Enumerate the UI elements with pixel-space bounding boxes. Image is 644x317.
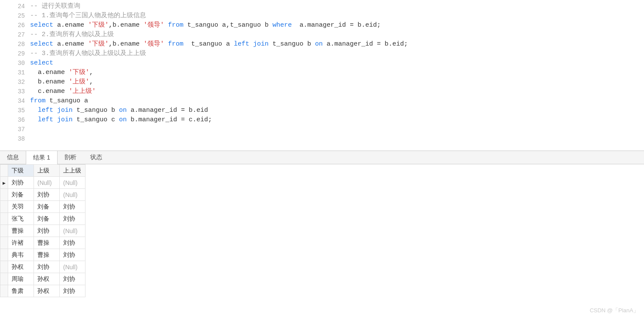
column-header[interactable]: 上级 bbox=[34, 165, 60, 177]
line-number: 27 bbox=[0, 30, 30, 40]
cell[interactable]: 刘协 bbox=[60, 273, 85, 285]
cell[interactable]: 刘协 bbox=[34, 261, 60, 273]
code-line[interactable]: 35 left join t_sanguo b on a.manager_id … bbox=[0, 106, 644, 115]
row-indicator bbox=[0, 201, 8, 213]
cell[interactable]: 刘协 bbox=[8, 177, 34, 189]
cell[interactable]: 刘协 bbox=[60, 201, 85, 213]
tab-result-1[interactable]: 结果 1 bbox=[26, 151, 58, 164]
table-row[interactable]: 许褚曹操刘协 bbox=[0, 237, 85, 249]
cell[interactable]: 张飞 bbox=[8, 213, 34, 225]
code-content[interactable]: select bbox=[30, 58, 644, 68]
cell[interactable]: 孙权 bbox=[8, 261, 34, 273]
code-content[interactable]: from t_sanguo a bbox=[30, 96, 644, 106]
cell[interactable]: 刘协 bbox=[60, 285, 85, 297]
cell[interactable]: 典韦 bbox=[8, 249, 34, 261]
table-row[interactable]: 孙权刘协(Null) bbox=[0, 261, 85, 273]
table-row[interactable]: 关羽刘备刘协 bbox=[0, 201, 85, 213]
table-row[interactable]: 张飞刘备刘协 bbox=[0, 213, 85, 225]
line-number: 29 bbox=[0, 49, 30, 58]
row-indicator bbox=[0, 285, 8, 297]
line-number: 34 bbox=[0, 96, 30, 106]
code-line[interactable]: 32 b.ename '上级', bbox=[0, 77, 644, 87]
code-line[interactable]: 25-- 1.查询每个三国人物及他的上级信息 bbox=[0, 11, 644, 21]
code-content[interactable]: -- 3.查询所有人物以及上级以及上上级 bbox=[30, 49, 644, 58]
results-grid[interactable]: 下级上级上上级▸刘协(Null)(Null)刘备刘协(Null)关羽刘备刘协张飞… bbox=[0, 164, 644, 297]
table-row[interactable]: ▸刘协(Null)(Null) bbox=[0, 177, 85, 189]
cell[interactable]: 刘协 bbox=[60, 249, 85, 261]
tab-state[interactable]: 状态 bbox=[83, 151, 109, 164]
table-row[interactable]: 鲁肃孙权刘协 bbox=[0, 285, 85, 297]
line-number: 37 bbox=[0, 125, 30, 134]
cell[interactable]: (Null) bbox=[60, 189, 85, 201]
table-row[interactable]: 周瑜孙权刘协 bbox=[0, 273, 85, 285]
row-indicator bbox=[0, 225, 8, 237]
cell[interactable]: 刘备 bbox=[34, 213, 60, 225]
row-indicator bbox=[0, 273, 8, 285]
cell[interactable]: 刘协 bbox=[34, 225, 60, 237]
code-line[interactable]: 31 a.ename '下级', bbox=[0, 68, 644, 77]
cell[interactable]: 刘协 bbox=[60, 237, 85, 249]
cell[interactable]: 刘备 bbox=[8, 189, 34, 201]
cell[interactable]: 刘协 bbox=[34, 189, 60, 201]
code-line[interactable]: 37 bbox=[0, 125, 644, 134]
code-content[interactable]: c.ename '上上级' bbox=[30, 87, 644, 96]
cell[interactable]: 许褚 bbox=[8, 237, 34, 249]
cell[interactable]: (Null) bbox=[60, 177, 85, 189]
table-row[interactable]: 曹操刘协(Null) bbox=[0, 225, 85, 237]
code-content[interactable]: -- 进行关联查询 bbox=[30, 2, 644, 11]
code-content[interactable]: -- 2.查询所有人物以及上级 bbox=[30, 30, 644, 40]
code-content[interactable]: select a.ename '下级',b.ename '领导' from t_… bbox=[30, 21, 644, 30]
cell[interactable]: 曹操 bbox=[8, 225, 34, 237]
code-content[interactable]: select a.ename '下级',b.ename '领导' from t_… bbox=[30, 40, 644, 49]
code-line[interactable]: 38 bbox=[0, 134, 644, 144]
line-number: 38 bbox=[0, 134, 30, 144]
code-line[interactable]: 33 c.ename '上上级' bbox=[0, 87, 644, 96]
line-number: 32 bbox=[0, 77, 30, 87]
line-number: 31 bbox=[0, 68, 30, 77]
line-number: 36 bbox=[0, 115, 30, 125]
row-indicator bbox=[0, 249, 8, 261]
cell[interactable]: 孙权 bbox=[34, 273, 60, 285]
code-line[interactable]: 29-- 3.查询所有人物以及上级以及上上级 bbox=[0, 49, 644, 58]
code-line[interactable]: 27-- 2.查询所有人物以及上级 bbox=[0, 30, 644, 40]
cell[interactable]: 孙权 bbox=[34, 285, 60, 297]
code-content[interactable]: a.ename '下级', bbox=[30, 68, 644, 77]
code-line[interactable]: 34from t_sanguo a bbox=[0, 96, 644, 106]
cell[interactable]: 刘备 bbox=[34, 201, 60, 213]
cell[interactable]: 鲁肃 bbox=[8, 285, 34, 297]
column-header[interactable]: 下级 bbox=[8, 165, 34, 177]
code-content[interactable] bbox=[30, 134, 644, 144]
code-content[interactable]: left join t_sanguo b on a.manager_id = b… bbox=[30, 106, 644, 115]
cell[interactable]: 曹操 bbox=[34, 237, 60, 249]
row-indicator-header bbox=[0, 165, 8, 177]
code-content[interactable]: -- 1.查询每个三国人物及他的上级信息 bbox=[30, 11, 644, 21]
row-indicator: ▸ bbox=[0, 177, 8, 189]
cell[interactable]: 周瑜 bbox=[8, 273, 34, 285]
cell[interactable]: 曹操 bbox=[34, 249, 60, 261]
column-header[interactable]: 上上级 bbox=[60, 165, 85, 177]
code-line[interactable]: 36 left join t_sanguo c on b.manager_id … bbox=[0, 115, 644, 125]
cell[interactable]: 关羽 bbox=[8, 201, 34, 213]
table-row[interactable]: 典韦曹操刘协 bbox=[0, 249, 85, 261]
cell[interactable]: (Null) bbox=[34, 177, 60, 189]
line-number: 25 bbox=[0, 11, 30, 21]
cell[interactable]: 刘协 bbox=[60, 213, 85, 225]
code-line[interactable]: 30select bbox=[0, 58, 644, 68]
code-content[interactable] bbox=[30, 125, 644, 134]
table-row[interactable]: 刘备刘协(Null) bbox=[0, 189, 85, 201]
tab-profile[interactable]: 剖析 bbox=[58, 151, 83, 164]
sql-editor[interactable]: 24-- 进行关联查询25-- 1.查询每个三国人物及他的上级信息26selec… bbox=[0, 0, 644, 151]
line-number: 30 bbox=[0, 58, 30, 68]
line-number: 26 bbox=[0, 21, 30, 30]
code-content[interactable]: b.ename '上级', bbox=[30, 77, 644, 87]
code-line[interactable]: 26select a.ename '下级',b.ename '领导' from … bbox=[0, 21, 644, 30]
code-content[interactable]: left join t_sanguo c on b.manager_id = c… bbox=[30, 115, 644, 125]
row-indicator bbox=[0, 213, 8, 225]
row-indicator bbox=[0, 261, 8, 273]
row-indicator bbox=[0, 237, 8, 249]
tab-info[interactable]: 信息 bbox=[0, 151, 26, 164]
code-line[interactable]: 24-- 进行关联查询 bbox=[0, 2, 644, 11]
cell[interactable]: (Null) bbox=[60, 261, 85, 273]
code-line[interactable]: 28select a.ename '下级',b.ename '领导' from … bbox=[0, 40, 644, 49]
cell[interactable]: (Null) bbox=[60, 225, 85, 237]
